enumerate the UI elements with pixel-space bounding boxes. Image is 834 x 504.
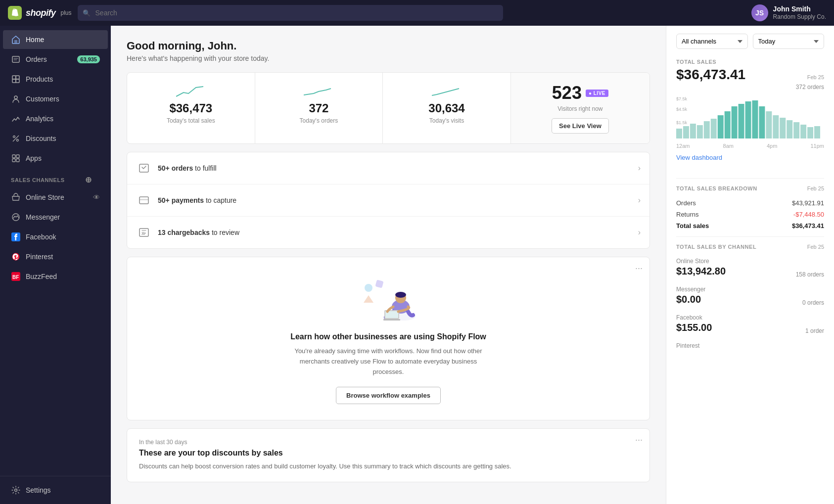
channel-online-store-value: $13,942.80 <box>676 266 726 277</box>
svg-text:$7.5k: $7.5k <box>676 96 687 101</box>
sidebar-item-buzzfeed[interactable]: BF BuzzFeed <box>3 267 108 286</box>
sidebar-item-home-label: Home <box>26 36 44 44</box>
sales-channels-section: SALES CHANNELS ⊕ <box>0 168 111 187</box>
svg-marker-34 <box>364 295 373 303</box>
breakdown-total-row: Total sales $36,473.41 <box>676 222 824 229</box>
flow-illustration <box>354 273 423 322</box>
breakdown-orders-value: $43,921.91 <box>792 199 824 207</box>
stat-orders: 372 Today's orders <box>255 73 383 143</box>
view-dashboard-link[interactable]: View dashboard <box>676 154 722 161</box>
svg-rect-46 <box>752 100 758 138</box>
sidebar-item-online-store-label: Online Store <box>26 193 64 201</box>
total-sales-rp-value: $36,473.41 <box>676 67 745 83</box>
visits-value: 30,634 <box>391 101 503 115</box>
svg-rect-43 <box>732 106 738 138</box>
user-menu[interactable]: JS John Smith Random Supply Co. <box>751 4 826 21</box>
visits-label: Today's visits <box>391 117 503 124</box>
sidebar-item-analytics[interactable]: Analytics <box>3 109 108 128</box>
sidebar-item-products[interactable]: Products <box>3 70 108 89</box>
chart-label-12am: 12am <box>676 143 690 149</box>
search-input[interactable] <box>78 5 503 21</box>
chart-x-labels: 12am 8am 4pm 11pm <box>676 143 824 149</box>
sidebar-item-online-store[interactable]: Online Store 👁 <box>3 188 108 207</box>
breakdown-returns-row: Returns -$7,448.50 <box>676 211 824 218</box>
svg-rect-12 <box>16 155 19 158</box>
sales-chart: $7.5k $4.5k $1.5k <box>676 96 824 141</box>
see-live-button[interactable]: See Live View <box>552 118 609 134</box>
svg-point-28 <box>395 292 406 298</box>
action-chargebacks[interactable]: 13 chargebacks to review › <box>127 217 649 248</box>
logo-text: shopify <box>26 8 56 18</box>
discounts-card-menu-icon[interactable]: ··· <box>635 435 643 445</box>
sidebar-item-customers[interactable]: Customers <box>3 90 108 108</box>
flow-card-menu-icon[interactable]: ··· <box>635 263 643 274</box>
total-sales-label: Today's total sales <box>135 117 247 124</box>
online-store-eye-icon[interactable]: 👁 <box>93 193 100 201</box>
home-icon <box>11 35 21 45</box>
sidebar-item-discounts-label: Discounts <box>26 135 56 142</box>
channel-messenger-name: Messenger <box>676 286 705 293</box>
svg-rect-50 <box>780 118 786 138</box>
sidebar-item-pinterest[interactable]: Pinterest <box>3 247 108 266</box>
svg-rect-36 <box>683 126 689 138</box>
rp-divider-1 <box>676 178 824 179</box>
svg-text:$1.5k: $1.5k <box>676 120 687 125</box>
add-channel-button[interactable]: ⊕ <box>85 174 100 185</box>
sidebar-item-orders[interactable]: Orders 63,935 <box>3 50 108 69</box>
sidebar-item-discounts[interactable]: Discounts <box>3 129 108 148</box>
svg-rect-11 <box>12 155 15 158</box>
action-fulfill-orders[interactable]: 50+ orders to fulfill › <box>127 152 649 184</box>
sidebar-item-messenger[interactable]: Messenger <box>3 208 108 227</box>
svg-rect-3 <box>12 76 16 79</box>
orders-label: Today's orders <box>263 117 375 124</box>
svg-rect-47 <box>759 106 765 138</box>
by-channel-label: TOTAL SALES BY CHANNEL <box>676 244 756 250</box>
live-label: Visitors right now <box>557 105 602 112</box>
fulfill-orders-chevron: › <box>638 164 641 173</box>
orders-chart-icon <box>263 83 375 97</box>
svg-line-10 <box>13 136 19 141</box>
svg-rect-30 <box>383 319 400 321</box>
svg-rect-13 <box>12 159 15 162</box>
chargebacks-icon <box>136 225 152 240</box>
action-capture-payments[interactable]: 50+ payments to capture › <box>127 184 649 217</box>
breakdown-header: TOTAL SALES BREAKDOWN Feb 25 <box>676 185 824 193</box>
svg-rect-35 <box>676 129 682 138</box>
search-bar[interactable] <box>78 5 503 21</box>
svg-rect-38 <box>697 125 703 138</box>
sidebar-item-facebook[interactable]: Facebook <box>3 228 108 246</box>
sidebar: Home Orders 63,935 Products Customers <box>0 26 111 504</box>
sidebar-item-home[interactable]: Home <box>3 30 108 49</box>
online-store-icon <box>11 192 21 202</box>
channel-filter-select[interactable]: All channels <box>676 34 748 49</box>
svg-rect-5 <box>12 79 16 83</box>
browse-workflow-button[interactable]: Browse workflow examples <box>336 387 441 404</box>
greeting-subtitle: Here's what's happening with your store … <box>127 54 650 62</box>
sidebar-item-facebook-label: Facebook <box>26 233 56 241</box>
capture-payments-chevron: › <box>638 196 641 205</box>
channel-online-store-orders: 158 orders <box>796 271 824 278</box>
greeting-title: Good morning, John. <box>127 40 650 52</box>
apps-icon <box>11 153 21 163</box>
chart-label-8am: 8am <box>723 143 734 149</box>
layout: Home Orders 63,935 Products Customers <box>0 26 834 504</box>
breakdown-returns-label: Returns <box>676 211 699 218</box>
logo[interactable]: shopifyplus <box>8 6 72 20</box>
chargebacks-text: 13 chargebacks to review <box>158 229 632 236</box>
date-filter-select[interactable]: Today <box>753 34 825 49</box>
rp-divider-2 <box>676 236 824 237</box>
sidebar-item-apps[interactable]: Apps <box>3 149 108 168</box>
stat-visits: 30,634 Today's visits <box>383 73 511 143</box>
sidebar-item-apps-label: Apps <box>26 154 42 162</box>
sidebar-item-buzzfeed-label: BuzzFeed <box>26 273 57 280</box>
svg-rect-2 <box>12 56 19 62</box>
breakdown-date: Feb 25 <box>807 185 824 191</box>
avatar: JS <box>751 4 768 21</box>
channel-messenger: Messenger $0.00 0 orders <box>676 286 824 306</box>
svg-rect-4 <box>16 76 19 79</box>
discounts-icon <box>11 134 21 143</box>
main-content: Good morning, John. Here's what's happen… <box>111 26 666 504</box>
sidebar-item-settings[interactable]: Settings <box>3 481 108 500</box>
stats-row: $36,473 Today's total sales 372 Today's … <box>127 72 650 144</box>
total-sales-value: $36,473 <box>135 101 247 115</box>
